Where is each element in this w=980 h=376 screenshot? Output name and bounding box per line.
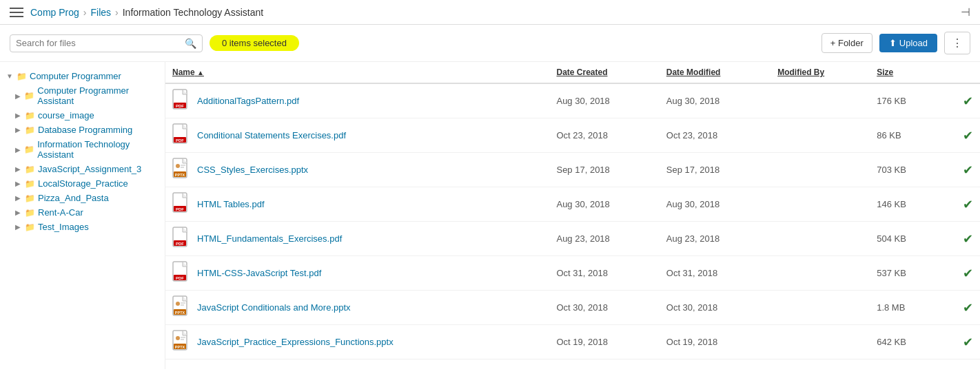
col-header-modified-by[interactable]: Modified By	[770, 62, 870, 83]
date-created-cell: Oct 30, 2018	[549, 291, 659, 325]
search-input[interactable]	[16, 38, 185, 48]
check-cell: ✔	[941, 83, 980, 118]
file-type-icon: PPTX	[172, 330, 192, 354]
file-link[interactable]: HTML Tables.pdf	[197, 199, 265, 209]
col-header-date-modified[interactable]: Date Modified	[660, 62, 770, 83]
file-link[interactable]: HTML-CSS-JavaScript Test.pdf	[197, 268, 321, 278]
table-row: PDF HTML_Fundamentals_Exercises.pdf Aug …	[165, 222, 980, 256]
breadcrumb-files[interactable]: Files	[90, 7, 111, 18]
sidebar-label[interactable]: JavaScript_Assignment_3	[38, 164, 141, 174]
sidebar-item-database-programming[interactable]: ▶ 📁 Database Programming	[0, 123, 165, 137]
search-box[interactable]: 🔍	[10, 34, 203, 52]
date-modified-cell: Oct 30, 2018	[660, 291, 770, 325]
file-type-icon: PDF	[172, 123, 192, 147]
file-link[interactable]: CSS_Styles_Exercises.pptx	[197, 165, 308, 175]
tree-arrow: ▶	[14, 209, 22, 216]
file-type-icon: PPTX	[172, 158, 192, 182]
breadcrumb-comp-prog[interactable]: Comp Prog	[30, 7, 79, 18]
file-link[interactable]: JavaScript Conditionals and More.pptx	[197, 302, 351, 313]
sidebar-item-course-image[interactable]: ▶ 📁 course_image	[0, 108, 165, 123]
modified-by-cell	[770, 222, 870, 256]
size-cell: 504 KB	[870, 222, 941, 256]
tree-arrow: ▶	[14, 146, 21, 154]
table-row: PDF HTML Tables.pdf Aug 30, 2018 Aug 30,…	[165, 187, 980, 222]
check-cell: ✔	[941, 256, 980, 291]
check-cell: ✔	[941, 187, 980, 222]
more-options-button[interactable]: ⋮	[944, 32, 970, 54]
sidebar-item-localstorage[interactable]: ▶ 📁 LocalStorage_Practice	[0, 176, 165, 191]
search-icon[interactable]: 🔍	[185, 38, 196, 49]
col-header-size[interactable]: Size	[870, 62, 941, 83]
upload-button[interactable]: ⬆ Upload	[879, 34, 937, 52]
folder-button[interactable]: + Folder	[821, 33, 872, 53]
sidebar-label[interactable]: Pizza_And_Pasta	[38, 193, 109, 203]
folder-icon: 📁	[24, 91, 34, 101]
modified-by-cell	[770, 325, 870, 359]
check-icon: ✔	[963, 335, 973, 349]
date-modified-cell: Oct 31, 2018	[660, 256, 770, 291]
size-cell: 537 KB	[870, 256, 941, 291]
svg-text:PDF: PDF	[176, 138, 184, 143]
file-name-cell: PDF AdditionalTagsPattern.pdf	[165, 83, 549, 118]
sidebar-item-computer-programmer-assistant[interactable]: ▶ 📁 Computer Programmer Assistant	[0, 83, 165, 108]
folder-icon: 📁	[25, 208, 35, 218]
file-link[interactable]: JavaScript_Practice_Expressions_Function…	[197, 337, 394, 347]
file-link[interactable]: AdditionalTagsPattern.pdf	[197, 96, 299, 106]
size-cell: 642 KB	[870, 325, 941, 359]
svg-text:PPTX: PPTX	[175, 345, 185, 349]
check-cell: ✔	[941, 291, 980, 325]
file-type-icon: PPTX	[172, 295, 192, 320]
sidebar-label[interactable]: Test_Images	[38, 222, 89, 232]
sidebar-item-js-assignment[interactable]: ▶ 📁 JavaScript_Assignment_3	[0, 162, 165, 176]
top-bar-left: Comp Prog › Files › Information Technolo…	[10, 7, 263, 18]
sidebar-label[interactable]: Information Technology Assistant	[37, 139, 159, 160]
date-modified-cell: Oct 19, 2018	[660, 325, 770, 359]
file-link[interactable]: Conditional Statements Exercises.pdf	[197, 130, 346, 140]
sidebar-label[interactable]: Rent-A-Car	[38, 207, 83, 218]
folder-icon: 📁	[25, 179, 35, 189]
size-cell: 176 KB	[870, 83, 941, 118]
upload-label: Upload	[899, 38, 928, 48]
file-type-icon: PDF	[172, 227, 192, 251]
sidebar-item-computer-programmer[interactable]: ▼ 📁 Computer Programmer	[0, 69, 165, 83]
file-table: Name ▲ Date Created Date Modified Modifi…	[165, 62, 980, 359]
sidebar-label-computer-programmer[interactable]: Computer Programmer	[30, 71, 121, 81]
table-row: PPTX JavaScript_Practice_Expressions_Fun…	[165, 325, 980, 359]
modified-by-cell	[770, 291, 870, 325]
tree-arrow: ▶	[14, 180, 22, 187]
table-header-row: Name ▲ Date Created Date Modified Modifi…	[165, 62, 980, 83]
svg-point-30	[176, 336, 180, 340]
breadcrumb-current: Information Technology Assistant	[123, 7, 263, 18]
check-cell: ✔	[941, 222, 980, 256]
file-name-cell: PDF HTML_Fundamentals_Exercises.pdf	[165, 222, 549, 256]
date-created-cell: Aug 30, 2018	[549, 83, 659, 118]
date-modified-cell: Oct 23, 2018	[660, 118, 770, 153]
folder-icon: 📁	[17, 72, 27, 81]
file-name-cell: PDF HTML Tables.pdf	[165, 187, 549, 222]
collapse-sidebar-icon[interactable]: ⊣	[961, 6, 970, 19]
svg-rect-26	[181, 304, 184, 306]
folder-icon: 📁	[25, 125, 35, 135]
col-header-date-created[interactable]: Date Created	[549, 62, 659, 83]
tree-arrow: ▶	[14, 92, 21, 100]
svg-point-24	[176, 302, 180, 306]
modified-by-cell	[770, 83, 870, 118]
sidebar-item-test-images[interactable]: ▶ 📁 Test_Images	[0, 220, 165, 234]
tree-arrow: ▶	[14, 165, 22, 173]
sidebar-label[interactable]: course_image	[38, 110, 94, 121]
sidebar-label[interactable]: LocalStorage_Practice	[38, 178, 128, 189]
sidebar-item-it-assistant[interactable]: ▶ 📁 Information Technology Assistant	[0, 137, 165, 162]
svg-text:PDF: PDF	[176, 242, 184, 246]
col-header-name[interactable]: Name ▲	[165, 62, 549, 83]
sidebar-item-pizza[interactable]: ▶ 📁 Pizza_And_Pasta	[0, 191, 165, 205]
sidebar: ▼ 📁 Computer Programmer ▶ 📁 Computer Pro…	[0, 62, 165, 369]
file-link[interactable]: HTML_Fundamentals_Exercises.pdf	[197, 233, 342, 244]
sidebar-label[interactable]: Computer Programmer Assistant	[37, 85, 159, 106]
check-icon: ✔	[963, 232, 973, 246]
file-name-cell: PPTX JavaScript Conditionals and More.pp…	[165, 291, 549, 325]
sort-arrow-icon: ▲	[197, 69, 204, 76]
sidebar-label[interactable]: Database Programming	[38, 125, 132, 135]
modified-by-cell	[770, 153, 870, 187]
sidebar-item-rent-a-car[interactable]: ▶ 📁 Rent-A-Car	[0, 205, 165, 220]
hamburger-icon[interactable]	[10, 8, 23, 17]
